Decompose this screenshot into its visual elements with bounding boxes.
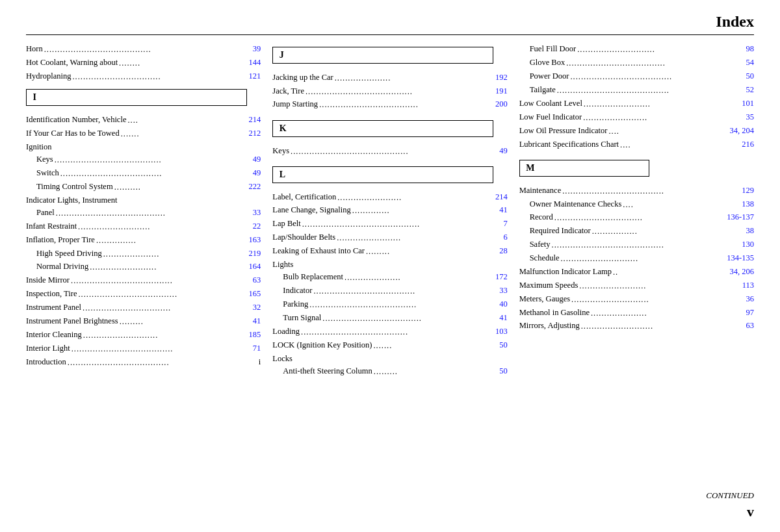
column-2: J Jacking up the Car ...................… — [272, 43, 507, 490]
entry-malfunction: Malfunction Indicator Lamp .. 34, 206 — [519, 266, 754, 278]
entry-id-number: Identification Number, Vehicle .... 214 — [26, 114, 261, 126]
entry-hydroplaning: Hydroplaning ...........................… — [26, 70, 261, 82]
page-header: Index — [26, 13, 754, 35]
page-footer: CONTINUED v — [26, 490, 754, 520]
entry-normal-driving: Normal Driving .........................… — [26, 260, 261, 273]
entry-inflation: Inflation, Proper Tire ............... 1… — [26, 234, 261, 246]
entry-low-fuel: Low Fuel Indicator .....................… — [519, 111, 754, 123]
entry-ignition-group: Ignition — [26, 141, 261, 153]
entry-record: Record .................................… — [519, 211, 754, 223]
entry-locks-group: Locks — [272, 353, 507, 365]
entry-loading: Loading ................................… — [272, 325, 507, 338]
entry-hot-coolant: Hot Coolant, Warning about ........ 144 — [26, 57, 261, 69]
footer-page-number: v — [747, 503, 754, 520]
entry-maximum-speeds: Maximum Speeds .........................… — [519, 279, 754, 292]
section-header-m: M — [519, 160, 649, 177]
entry-mirrors: Mirrors, Adjusting .....................… — [519, 320, 754, 332]
entry-maintenance: Maintenance ............................… — [519, 184, 754, 197]
entry-infant-restraint: Infant Restraint .......................… — [26, 220, 261, 233]
entry-low-coolant: Low Coolant Level ......................… — [519, 97, 754, 110]
entry-safety: Safety .................................… — [519, 238, 754, 251]
column-3: Fuel Fill Door .........................… — [519, 43, 754, 490]
entry-tailgate: Tailgate ...............................… — [519, 84, 754, 96]
entry-fuel-fill: Fuel Fill Door .........................… — [519, 43, 754, 55]
entry-turn-signal: Turn Signal ............................… — [272, 312, 507, 324]
entry-lights-parking: Parking ................................… — [272, 298, 507, 310]
entry-leaking-exhaust: Leaking of Exhaust into Car ......... 28 — [272, 245, 507, 257]
entry-lap-belt: Lap Belt ...............................… — [272, 218, 507, 230]
page-container: Index Horn .............................… — [0, 0, 780, 532]
entry-ignition-switch: Switch .................................… — [26, 167, 261, 179]
entry-label-cert: Label, Certification ...................… — [272, 191, 507, 203]
entry-ignition-keys: Keys ...................................… — [26, 153, 261, 166]
entry-indicator-panel: Panel ..................................… — [26, 207, 261, 219]
section-header-j: J — [272, 47, 493, 64]
entry-methanol: Methanol in Gasoline ...................… — [519, 307, 754, 319]
section-header-k: K — [272, 120, 493, 137]
entry-timing-control: Timing Control System .......... 222 — [26, 181, 261, 193]
entry-lap-shoulder: Lap/Shoulder Belts .....................… — [272, 231, 507, 244]
entry-lock-ignition: LOCK (Ignition Key Position) ....... 50 — [272, 339, 507, 351]
entry-inspection-tire: Inspection, Tire .......................… — [26, 288, 261, 300]
entry-high-speed: High Speed Driving .....................… — [26, 247, 261, 260]
entry-lights-group: Lights — [272, 259, 507, 271]
entry-keys: Keys ...................................… — [272, 145, 507, 157]
section-header-i: I — [26, 89, 247, 106]
entry-low-oil: Low Oil Pressure Indicator .... 34, 204 — [519, 125, 754, 137]
entry-interior-cleaning: Interior Cleaning ......................… — [26, 329, 261, 341]
entry-instrument-brightness: Instrument Panel Brightness ......... 41 — [26, 315, 261, 327]
entry-lane-change: Lane Change, Signaling .............. 41 — [272, 204, 507, 216]
entry-power-door: Power Door .............................… — [519, 70, 754, 82]
entry-meters-gauges: Meters, Gauges .........................… — [519, 293, 754, 305]
entry-horn: Horn ...................................… — [26, 43, 261, 55]
entry-if-towed: If Your Car Has to be Towed ....... 212 — [26, 127, 261, 140]
entry-lubricant: Lubricant Specifications Chart .... 216 — [519, 138, 754, 151]
index-columns: Horn ...................................… — [26, 43, 754, 490]
entry-instrument-panel: Instrument Panel .......................… — [26, 301, 261, 314]
entry-inside-mirror: Inside Mirror ..........................… — [26, 274, 261, 286]
continued-text: CONTINUED — [706, 490, 754, 501]
page-title: Index — [716, 13, 754, 31]
entry-jack-tire: Jack, Tire .............................… — [272, 85, 507, 97]
entry-interior-light: Interior Light .........................… — [26, 342, 261, 355]
entry-introduction: Introduction ...........................… — [26, 356, 261, 368]
entry-indicator-lights-group: Indicator Lights, Instrument — [26, 194, 261, 207]
entry-bulb-replacement: Bulb Replacement ..................... 1… — [272, 271, 507, 283]
column-1: Horn ...................................… — [26, 43, 261, 490]
entry-lights-indicator: Indicator ..............................… — [272, 285, 507, 297]
entry-jump-starting: Jump Starting ..........................… — [272, 98, 507, 110]
entry-jacking: Jacking up the Car .....................… — [272, 71, 507, 84]
entry-schedule: Schedule ............................. 1… — [519, 252, 754, 264]
section-header-l: L — [272, 166, 493, 183]
entry-glove-box: Glove Box ..............................… — [519, 57, 754, 69]
entry-owner-maintenance: Owner Maintenance Checks .... 138 — [519, 198, 754, 210]
entry-required-indicator: Required Indicator ................. 38 — [519, 225, 754, 237]
entry-antitheft: Anti-theft Steering Column ......... 50 — [272, 365, 507, 377]
